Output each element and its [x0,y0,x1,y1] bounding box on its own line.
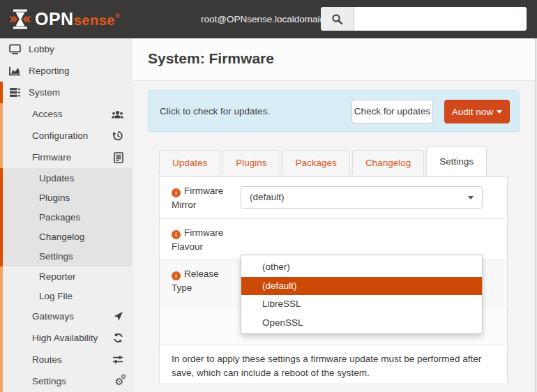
info-icon[interactable]: i [172,188,181,197]
sidebar-item-firmware-settings[interactable]: Settings [0,247,133,266]
sidebar-item-system-settings[interactable]: Settings ⚙⚙ [0,370,133,392]
alert-message: Click to check for updates. [160,91,270,133]
firmware-flavour-label: iFirmware Flavour [172,226,237,254]
content-area: Click to check for updates. Check for up… [133,81,537,392]
sidebar-item-access[interactable]: Access [0,103,133,125]
update-status-alert: Click to check for updates. Check for up… [148,90,520,132]
sidebar-item-updates[interactable]: Updates [0,168,133,188]
opnsense-logo[interactable]: OPNsense® [10,8,120,30]
check-for-updates-button[interactable]: Check for updates [351,100,433,123]
opnsense-window: OPNsense® root@OPNsense.localdomain Lobb… [0,0,537,392]
settings-panel: iFirmware Mirror (default) iFirmware Fla… [159,176,508,383]
firmware-flavour-dropdown: (other) (default) LibreSSL OpenSSL [241,255,483,334]
settings-note: In order to apply these settings a firmw… [160,345,507,380]
caret-down-icon [497,110,502,114]
firmware-mirror-select[interactable]: (default) [241,186,483,209]
tab-settings[interactable]: Settings [426,146,487,176]
tab-packages[interactable]: Packages [282,150,350,175]
dropdown-option-openssl[interactable]: OpenSSL [241,314,482,333]
info-icon[interactable]: i [172,271,181,280]
sidebar-item-routes[interactable]: Routes [0,349,133,370]
gears-icon: ⚙⚙ [114,377,123,386]
firmware-tabs: Updates Plugins Packages Changelog Setti… [159,146,489,175]
info-icon[interactable]: i [172,230,181,239]
sidebar-item-packages[interactable]: Packages [0,207,133,227]
dropdown-option-libressl[interactable]: LibreSSL [241,295,482,314]
sidebar-item-log-file[interactable]: Log File [0,286,133,306]
sliders-icon [112,354,123,365]
sidebar-item-plugins[interactable]: Plugins [0,188,133,207]
logged-in-user: root@OPNsense.localdomain [201,0,325,38]
caret-down-icon [468,196,474,199]
firmware-icon [114,152,123,163]
release-type-label: iRelease Type [172,267,237,295]
page-header: System: Firmware [133,38,537,81]
sidebar-item-configuration[interactable]: Configuration [0,125,133,146]
search-input[interactable] [354,7,527,31]
note-row: In order to apply these settings a firmw… [160,345,507,383]
topbar: OPNsense® root@OPNsense.localdomain [0,0,537,38]
audit-now-button[interactable]: Audit now [444,100,510,123]
firmware-mirror-row: iFirmware Mirror (default) [160,177,507,218]
tab-plugins[interactable]: Plugins [222,150,280,175]
brand-text: OPNsense® [35,9,120,29]
desktop-icon [9,44,22,54]
sidebar-item-system[interactable]: System [0,82,133,103]
sidebar-item-reporter[interactable]: Reporter [0,266,133,286]
sidebar-item-changelog[interactable]: Changelog [0,227,133,247]
refresh-icon [113,333,123,343]
search-icon [321,7,354,31]
sidebar: Lobby Reporting System Access Configurat… [0,38,133,392]
sidebar-item-high-availability[interactable]: High Availability [0,327,133,349]
hourglass-logo-icon [10,8,31,30]
sidebar-item-lobby[interactable]: Lobby [0,38,133,60]
page-title: System: Firmware [133,38,537,67]
dropdown-option-default[interactable]: (default) [241,277,482,296]
sidebar-item-firmware[interactable]: Firmware [0,146,133,168]
tab-updates[interactable]: Updates [159,150,220,175]
sidebar-item-reporting[interactable]: Reporting [0,60,133,82]
firmware-mirror-label: iFirmware Mirror [172,184,237,212]
firmware-flavour-row: iFirmware Flavour (default) [160,218,507,259]
sidebar-item-gateways[interactable]: Gateways [0,306,133,327]
list-icon [9,87,22,98]
area-chart-icon [9,66,22,76]
tab-changelog[interactable]: Changelog [352,150,424,175]
users-icon [112,110,123,119]
location-arrow-icon [113,311,123,322]
search-box [321,7,527,31]
dropdown-option-other[interactable]: (other) [241,258,482,277]
history-icon [112,130,123,141]
